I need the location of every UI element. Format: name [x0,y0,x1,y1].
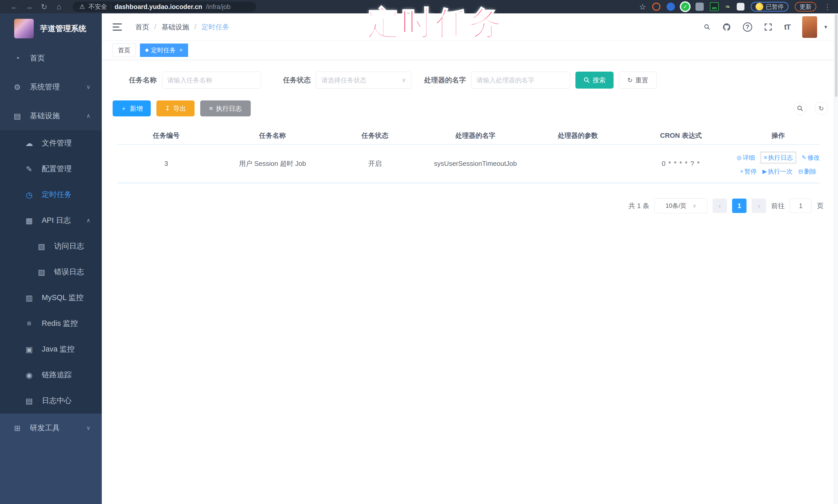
extension-blue-icon[interactable] [667,3,675,11]
sidebar-item-dev-tools[interactable]: ⊞ 研发工具 ∨ [0,414,102,443]
sidebar-item-redis-monitor[interactable]: ≡ Redis 监控 [0,311,102,336]
breadcrumb-infra[interactable]: 基础设施 [161,22,189,32]
font-size-icon[interactable]: tT [784,23,790,32]
sidebar-item-label: Redis 监控 [42,318,78,329]
browser-menu-icon[interactable]: ⋮ [824,2,831,11]
col-handler-param: 处理器的参数 [531,131,625,140]
extension-grid-icon[interactable] [696,3,704,11]
list-icon: ≡ [764,154,767,161]
prev-page-button[interactable]: ‹ [713,199,727,213]
extension-green-icon[interactable]: ✓ [681,3,689,11]
avatar-caret-icon[interactable]: ▾ [824,24,827,30]
eye-icon: ◉ [23,371,35,380]
extension-on-badge[interactable]: on [710,2,719,11]
plus-icon: ＋ [121,104,127,112]
browser-reload-icon[interactable]: ↻ [37,2,52,11]
address-bar[interactable]: ⚠ 不安全 dashboard.yudao.iocoder.cn /infra/… [73,2,256,12]
run-once-link[interactable]: ▶执行一次 [763,167,793,176]
close-icon[interactable]: × [179,47,183,54]
delete-link[interactable]: ⊟删除 [798,167,816,176]
page-content: 任务名称 任务状态 请选择任务状态 ∨ 处理器的名字 搜索 ↻ [102,60,838,504]
sidebar-item-api-log[interactable]: ▦ API 日志 ∧ [0,208,102,233]
select-placeholder: 请选择任务状态 [321,76,366,85]
sidebar-item-scheduled-jobs[interactable]: ◷ 定时任务 [0,182,102,208]
extensions-puzzle-icon[interactable] [737,3,745,11]
mysql-icon: ▥ [23,293,35,302]
app-logo-row[interactable]: 芋道管理系统 [0,13,102,44]
github-icon[interactable] [722,23,731,32]
edit-link[interactable]: ✎修改 [802,154,820,162]
sidebar-item-java-monitor[interactable]: ▣ Java 监控 [0,336,102,362]
row-exec-log-link[interactable]: ≡执行日志 [761,152,796,163]
sidebar-item-error-log[interactable]: ▨ 错误日志 [0,259,102,285]
help-icon[interactable]: ? [743,22,752,32]
sidebar-item-file-manage[interactable]: ☁ 文件管理 [0,130,102,156]
sidebar-item-label: 配置管理 [42,164,72,174]
extension-orange-icon[interactable] [652,3,661,11]
total-count: 共 1 条 [629,201,649,211]
edit-label: 修改 [807,154,820,162]
filter-form: 任务名称 任务状态 请选择任务状态 ∨ 处理器的名字 搜索 ↻ [129,72,838,89]
exec-log-button[interactable]: ≡ 执行日志 [200,101,251,116]
fullscreen-icon[interactable] [764,23,772,31]
detail-link[interactable]: ◎详细 [737,154,755,162]
sidebar-item-config-manage[interactable]: ✎ 配置管理 [0,156,102,182]
update-button[interactable]: 更新 [795,2,816,12]
app-title: 芋道管理系统 [40,23,86,34]
sidebar-item-infra[interactable]: ▤ 基础设施 ∧ [0,102,102,130]
add-button[interactable]: ＋ 新增 [112,101,151,116]
job-status-value: 开启 [330,159,420,168]
scrollbar[interactable] [834,13,838,504]
next-page-button[interactable]: › [752,199,766,213]
browser-back-icon[interactable]: ← [7,2,22,11]
scrollbar-thumb[interactable] [835,14,837,97]
eye-icon: ◎ [737,154,741,161]
search-button[interactable]: 搜索 [575,72,614,89]
job-name-label: 任务名称 [129,75,157,85]
page-size-select[interactable]: 10条/页 ∨ [654,198,708,213]
job-status-select[interactable]: 请选择任务状态 ∨ [316,72,411,89]
delete-label: 删除 [804,167,816,176]
paused-badge[interactable]: 已暂停 [751,2,788,12]
bookmark-star-icon[interactable]: ☆ [639,2,646,11]
java-icon: ▣ [23,345,35,354]
goto-page-input[interactable] [790,199,812,213]
sidebar-item-mysql-monitor[interactable]: ▥ MySQL 监控 [0,285,102,311]
run-once-label: 执行一次 [768,167,793,176]
sidebar-item-home[interactable]: ◔ 首页 [0,44,102,73]
active-dot-icon [145,49,149,52]
refresh-button[interactable]: ↻ [815,102,828,115]
tab-scheduled-jobs[interactable]: 定时任务 × [140,43,188,57]
search-icon[interactable] [704,24,711,30]
search-button-label: 搜索 [593,76,606,85]
browser-toolbar: ← → ↻ ⌂ ⚠ 不安全 dashboard.yudao.iocoder.cn… [0,0,838,13]
page-size-value: 10条/页 [665,202,686,210]
sidebar-item-system[interactable]: ⚙ 系统管理 ∨ [0,73,102,102]
extension-leaf-icon[interactable]: ❧ [725,3,731,11]
browser-home-icon[interactable]: ⌂ [52,2,67,11]
table-header-row: 任务编号 任务名称 任务状态 处理器的名字 处理器的参数 CRON 表达式 操作 [117,127,819,145]
chevron-down-icon: ∨ [86,84,90,90]
reset-button[interactable]: ↻ 重置 [619,72,657,89]
toggle-search-button[interactable] [794,102,806,115]
sidebar-item-access-log[interactable]: ▧ 访问日志 [0,233,102,259]
sidebar-item-trace[interactable]: ◉ 链路追踪 [0,362,102,388]
collapse-sidebar-icon[interactable] [112,23,123,31]
handler-name-input[interactable] [471,72,570,89]
cloud-upload-icon: ☁ [23,139,35,148]
sidebar-item-label: 研发工具 [30,423,60,433]
chevron-down-icon: ∨ [86,425,90,431]
job-name-input[interactable] [162,72,261,89]
avatar[interactable] [802,16,817,38]
current-page-button[interactable]: 1 [732,199,747,213]
sidebar-item-label: 首页 [30,53,45,64]
sidebar-item-label: API 日志 [42,215,71,226]
sidebar-item-label: 文件管理 [42,138,72,148]
breadcrumb-home[interactable]: 首页 [135,22,149,32]
pause-link[interactable]: ×暂停 [740,167,757,176]
gear-icon: ⚙ [11,83,23,92]
sidebar-item-log-center[interactable]: ▤ 日志中心 [0,388,102,414]
browser-forward-icon[interactable]: → [22,2,37,11]
tab-home[interactable]: 首页 [112,43,136,57]
export-button[interactable]: ↧ 导出 [156,101,195,116]
